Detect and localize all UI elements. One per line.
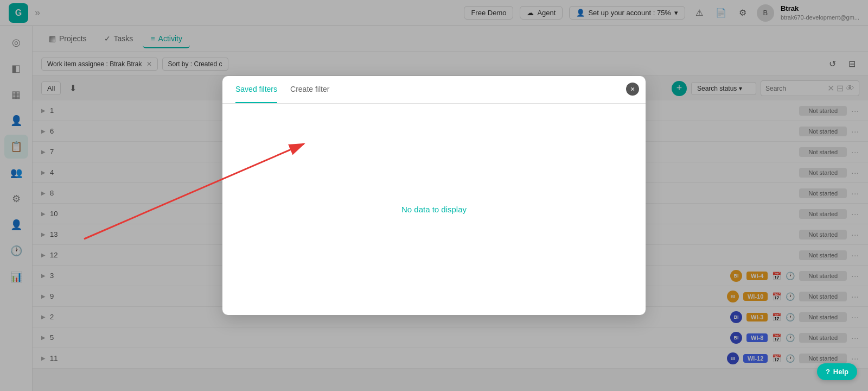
modal-close-button[interactable]: ×: [626, 83, 639, 96]
modal-tab-saved-filters[interactable]: Saved filters: [235, 76, 277, 103]
modal-overlay: × Saved filters Create filter No data to…: [0, 0, 868, 391]
help-label: Help: [833, 368, 848, 376]
modal-body: No data to display: [222, 104, 646, 315]
help-icon: ?: [826, 368, 830, 376]
filter-modal: × Saved filters Create filter No data to…: [222, 76, 646, 315]
modal-tabbar: Saved filters Create filter: [222, 76, 646, 104]
help-button[interactable]: ? Help: [817, 363, 857, 380]
modal-tab-create-filter[interactable]: Create filter: [290, 76, 329, 103]
no-data-text: No data to display: [401, 205, 467, 214]
